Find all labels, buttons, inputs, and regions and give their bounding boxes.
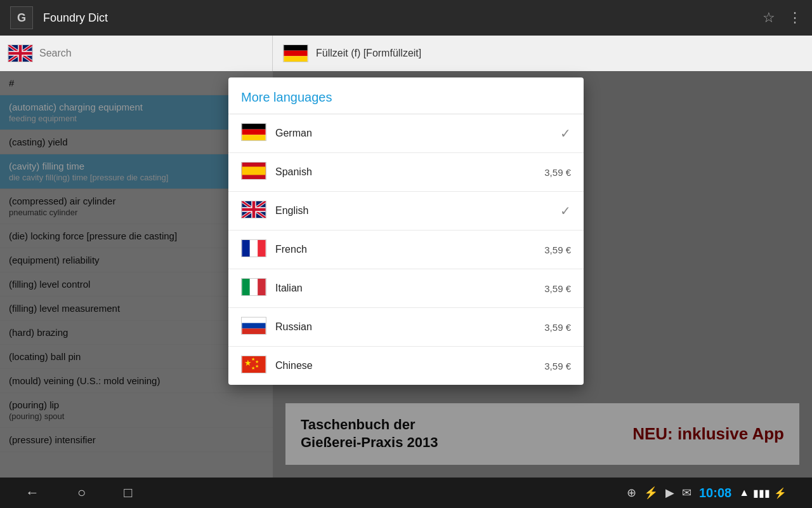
language-name: Italian	[275, 283, 535, 294]
nav-buttons: ← ○ □	[25, 485, 133, 501]
language-list: German ✓ Spanish 3,59 € English ✓ French…	[228, 114, 584, 385]
language-item-italian[interactable]: Italian 3,59 €	[228, 269, 584, 308]
more-options-icon[interactable]: ⋮	[788, 10, 802, 26]
home-button[interactable]: ○	[77, 485, 86, 501]
star-icon[interactable]: ☆	[763, 10, 775, 26]
spanish-flag	[241, 162, 266, 182]
checkmark-icon: ✓	[560, 203, 571, 218]
french-flag	[241, 239, 266, 260]
svg-text:★: ★	[244, 358, 252, 368]
svg-rect-1	[284, 45, 307, 51]
language-name: Russian	[275, 321, 535, 333]
chinese-flag: ★★★★★	[241, 356, 266, 376]
app-title: Foundry Dict	[43, 11, 752, 25]
usb-icon: ⚡	[644, 486, 658, 500]
app-icon: G	[10, 6, 33, 29]
price-label: 3,59 €	[544, 322, 571, 333]
modal-overlay: More languages German ✓ Spanish 3,59 € E…	[0, 71, 812, 478]
language-item-german[interactable]: German ✓	[228, 114, 584, 153]
android-icon: ⊕	[627, 486, 636, 500]
top-bar: G Foundry Dict ☆ ⋮	[0, 0, 812, 36]
checkmark-icon: ✓	[560, 126, 571, 141]
svg-text:★: ★	[255, 364, 259, 368]
svg-rect-3	[284, 56, 307, 62]
german-flag	[241, 123, 266, 144]
clock: 10:08	[699, 486, 731, 500]
svg-rect-18	[242, 328, 265, 334]
svg-rect-8	[242, 167, 265, 175]
language-item-russian[interactable]: Russian 3,59 €	[228, 308, 584, 347]
current-word: Füllzeit (f) [Formfüllzeit]	[316, 48, 421, 59]
svg-rect-2	[284, 51, 307, 57]
back-button[interactable]: ←	[25, 485, 39, 501]
price-label: 3,59 €	[544, 244, 571, 255]
signal-icon: ▮▮▮	[753, 487, 770, 499]
uk-flag	[8, 44, 33, 62]
svg-rect-4	[242, 124, 265, 130]
svg-rect-15	[258, 279, 265, 295]
language-name: German	[275, 128, 551, 139]
language-item-french[interactable]: French 3,59 €	[228, 231, 584, 269]
price-label: 3,59 €	[544, 283, 571, 294]
main-content: #(automatic) charging equipmentfeeding e…	[0, 71, 812, 478]
svg-rect-5	[242, 130, 265, 135]
english-flag	[241, 201, 266, 221]
svg-rect-16	[242, 318, 265, 323]
modal-title: More languages	[228, 77, 584, 114]
language-item-english[interactable]: English ✓	[228, 192, 584, 231]
svg-rect-12	[258, 240, 265, 257]
language-name: Spanish	[275, 166, 535, 178]
play-icon: ▶	[665, 486, 674, 500]
german-flag-header	[283, 44, 308, 62]
language-name: Chinese	[275, 360, 535, 371]
status-icons: ⊕ ⚡ ▶ ✉ 10:08 ▲ ▮▮▮ ⚡	[627, 486, 787, 500]
signal-icons: ▲ ▮▮▮ ⚡	[739, 487, 787, 499]
search-right-panel: Füllzeit (f) [Formfüllzeit]	[273, 44, 431, 62]
app-icon-letter: G	[17, 11, 26, 25]
language-modal: More languages German ✓ Spanish 3,59 € E…	[228, 77, 584, 385]
mail-icon: ✉	[682, 486, 691, 500]
recents-button[interactable]: □	[124, 485, 132, 501]
russian-flag	[241, 317, 266, 337]
svg-rect-11	[250, 240, 258, 257]
search-left-panel	[0, 36, 273, 71]
language-name: French	[275, 244, 535, 255]
svg-rect-6	[242, 135, 265, 140]
price-label: 3,59 €	[544, 167, 571, 178]
price-label: 3,59 €	[544, 361, 571, 371]
bottom-bar: ← ○ □ ⊕ ⚡ ▶ ✉ 10:08 ▲ ▮▮▮ ⚡	[0, 478, 812, 508]
svg-text:★: ★	[251, 366, 255, 370]
svg-rect-17	[242, 323, 265, 329]
top-bar-actions: ☆ ⋮	[763, 10, 802, 26]
language-name: English	[275, 205, 551, 217]
bluetooth-icon: ⚡	[774, 487, 787, 499]
svg-rect-10	[242, 240, 249, 257]
wifi-icon: ▲	[739, 487, 749, 498]
language-item-spanish[interactable]: Spanish 3,59 €	[228, 153, 584, 192]
italian-flag	[241, 278, 266, 298]
search-bar: Füllzeit (f) [Formfüllzeit]	[0, 36, 812, 71]
svg-rect-14	[250, 279, 258, 295]
search-input[interactable]	[39, 48, 265, 59]
svg-rect-13	[242, 279, 249, 295]
language-item-chinese[interactable]: ★★★★★ Chinese 3,59 €	[228, 347, 584, 385]
